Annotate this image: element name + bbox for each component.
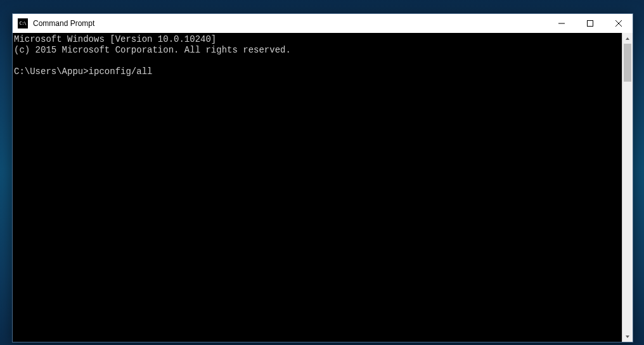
maximize-button[interactable]	[576, 14, 604, 33]
command-prompt-window: C:\ Command Prompt Microsoft Windows [Ve…	[12, 13, 633, 342]
close-button[interactable]	[604, 14, 633, 33]
scroll-track[interactable]	[622, 44, 633, 331]
cmd-icon: C:\	[18, 18, 28, 28]
svg-rect-1	[587, 21, 593, 27]
maximize-icon	[587, 20, 593, 27]
chevron-down-icon	[625, 334, 630, 339]
terminal-line: Microsoft Windows [Version 10.0.10240]	[14, 34, 622, 45]
titlebar[interactable]: C:\ Command Prompt	[13, 14, 633, 33]
terminal-line	[14, 56, 622, 66]
cmd-icon-text: C:\	[19, 22, 26, 26]
window-controls	[547, 14, 633, 33]
scroll-down-button[interactable]	[622, 331, 633, 342]
content-area: Microsoft Windows [Version 10.0.10240](c…	[13, 33, 633, 342]
vertical-scrollbar[interactable]	[622, 33, 633, 342]
scroll-thumb[interactable]	[624, 44, 631, 82]
terminal-output[interactable]: Microsoft Windows [Version 10.0.10240](c…	[13, 33, 622, 342]
close-icon	[615, 20, 622, 27]
minimize-button[interactable]	[547, 14, 576, 33]
terminal-line: C:\Users\Appu>ipconfig/all	[14, 66, 622, 77]
terminal-line: (c) 2015 Microsoft Corporation. All righ…	[14, 45, 622, 56]
minimize-icon	[558, 20, 565, 27]
window-title: Command Prompt	[33, 19, 547, 28]
scroll-up-button[interactable]	[622, 33, 633, 44]
chevron-up-icon	[625, 36, 630, 41]
